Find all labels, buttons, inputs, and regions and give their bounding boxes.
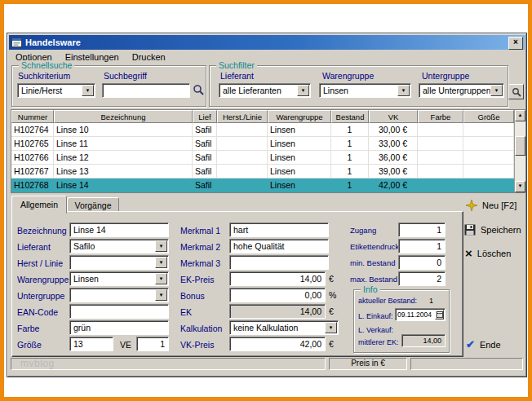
magnifier-icon xyxy=(512,87,521,97)
lieferant-filter-select[interactable]: alle Lieferanten xyxy=(219,83,311,98)
col-header-lief[interactable]: Lief xyxy=(193,110,217,123)
col-header-vk[interactable]: VK xyxy=(369,110,418,123)
cell-farbe xyxy=(418,123,463,137)
info-group: Info aktueller Bestand: 1 L. Einkauf: 09… xyxy=(353,289,450,353)
save-button-label: Speichern xyxy=(481,225,521,235)
col-header-bezeichnung[interactable]: Bezeichnung xyxy=(54,110,193,123)
search-criterion-value: Linie/Herst xyxy=(21,86,62,95)
cell-herst-linie xyxy=(217,151,268,165)
merkmal3-input[interactable] xyxy=(229,255,329,270)
table-row[interactable]: H102766 Linse 12 Safil Linsen 1 36,00 € xyxy=(11,151,514,165)
col-header-bestand[interactable]: Bestand xyxy=(331,110,369,123)
merkmal1-input[interactable]: hart xyxy=(229,223,329,237)
col-header-groesse[interactable]: Größe xyxy=(463,110,514,123)
min-bestand-label: min. Bestand xyxy=(350,258,395,268)
search-term-input[interactable] xyxy=(102,83,190,98)
untergruppe-select[interactable] xyxy=(69,288,169,302)
chevron-down-icon[interactable] xyxy=(155,240,167,252)
title-bar: Handelsware xyxy=(9,35,525,50)
zugang-input[interactable]: 1 xyxy=(398,223,446,237)
max-bestand-input[interactable]: 2 xyxy=(398,271,446,286)
cell-warengruppe: Linsen xyxy=(268,137,331,151)
tab-allgemein[interactable]: Allgemein xyxy=(11,196,67,214)
cell-bezeichnung: Linse 13 xyxy=(54,165,193,178)
mittlerer-ek-label: mittlerer EK: xyxy=(358,337,399,347)
lieferant-select[interactable]: Safilo xyxy=(69,239,169,253)
bezeichnung-input[interactable]: Linse 14 xyxy=(69,223,169,237)
warengruppe-select[interactable]: Linsen xyxy=(69,271,169,286)
col-header-nummer[interactable]: Nummer xyxy=(11,110,54,123)
search-criterion-select[interactable]: Linie/Herst xyxy=(17,83,95,98)
table-header-row: Nummer Bezeichnung Lief Herst./Linie War… xyxy=(11,110,514,123)
chevron-down-icon[interactable] xyxy=(155,257,167,268)
table-row[interactable]: H102765 Linse 11 Safil Linsen 1 33,00 € xyxy=(11,137,514,151)
scroll-down-icon[interactable] xyxy=(515,181,525,192)
col-header-herst-linie[interactable]: Herst./Linie xyxy=(217,110,268,123)
cell-farbe xyxy=(418,151,463,165)
warengruppe-filter-select[interactable]: Linsen xyxy=(319,83,411,98)
table-row-selected[interactable]: H102768 Linse 14 Safil Linsen 1 42,00 € xyxy=(11,178,514,192)
lieferant-filter-value: alle Lieferanten xyxy=(223,86,282,95)
scroll-up-icon[interactable] xyxy=(515,110,525,121)
menu-item-drucken[interactable]: Drucken xyxy=(126,51,172,64)
vk-preis-input[interactable]: 42,00 xyxy=(229,337,326,351)
groesse-input[interactable]: 13 xyxy=(69,337,113,351)
ve-input[interactable]: 1 xyxy=(136,337,169,351)
percent-sign: % xyxy=(329,288,336,302)
warengruppe-label: Warengruppe xyxy=(17,275,69,284)
cell-nummer: H102764 xyxy=(11,123,54,137)
untergruppe-label: Untergruppe xyxy=(17,291,64,301)
cell-herst-linie xyxy=(217,178,268,192)
cell-lief: Safil xyxy=(193,178,217,192)
bonus-input[interactable]: 0,00 xyxy=(229,288,326,302)
cell-vk: 39,00 € xyxy=(369,165,418,178)
quick-search-title: Schnellsuche xyxy=(19,60,74,70)
cell-warengruppe: Linsen xyxy=(268,178,331,192)
window-title: Handelsware xyxy=(25,37,81,47)
warengruppe-value: Linsen xyxy=(73,274,99,284)
end-button[interactable]: Ende xyxy=(466,338,501,350)
cell-farbe xyxy=(418,178,463,192)
info-group-title: Info xyxy=(361,284,380,294)
herst-linie-select[interactable] xyxy=(69,255,169,270)
cell-groesse xyxy=(463,165,514,178)
cell-lief: Safil xyxy=(193,165,217,178)
watermark: mvblog xyxy=(20,358,55,369)
col-header-warengruppe[interactable]: Warengruppe xyxy=(268,110,331,123)
chevron-down-icon[interactable] xyxy=(397,85,410,96)
mittlerer-ek-field: 14,00 xyxy=(401,334,446,347)
table-row[interactable]: H102767 Linse 13 Safil Linsen 1 39,00 € xyxy=(11,165,514,178)
farbe-input[interactable]: grün xyxy=(69,320,169,335)
kalkulation-select[interactable]: keine Kalkulation xyxy=(229,320,339,335)
min-bestand-input[interactable]: 0 xyxy=(398,255,446,270)
chevron-down-icon[interactable] xyxy=(82,85,94,96)
chevron-down-icon[interactable] xyxy=(155,289,167,301)
scrollbar-thumb[interactable] xyxy=(515,136,525,156)
calendar-icon[interactable] xyxy=(435,310,444,319)
close-icon[interactable] xyxy=(508,37,523,50)
merkmal2-input[interactable]: hohe Qualität xyxy=(229,239,329,253)
table-row[interactable]: H102764 Linse 10 Safil Linsen 1 30,00 € xyxy=(11,123,514,137)
cell-groesse xyxy=(463,178,514,192)
ean-code-input[interactable] xyxy=(69,304,169,319)
etikettendruck-input[interactable]: 1 xyxy=(398,239,446,253)
chevron-down-icon[interactable] xyxy=(490,85,503,96)
chevron-down-icon[interactable] xyxy=(325,322,337,333)
save-button[interactable]: Speichern xyxy=(464,224,521,236)
lieferant-filter-label: Lieferant xyxy=(220,71,254,81)
delete-button[interactable]: Löschen xyxy=(465,249,511,258)
apply-filter-button[interactable] xyxy=(508,84,524,99)
farbe-label: Farbe xyxy=(17,324,39,333)
col-header-farbe[interactable]: Farbe xyxy=(418,110,463,123)
table-scrollbar[interactable] xyxy=(514,110,525,192)
ek-preis-input[interactable]: 14,00 xyxy=(229,271,326,286)
ek-readonly-field: 14,00 xyxy=(229,304,326,319)
untergruppe-filter-select[interactable]: alle Untergruppen xyxy=(419,83,504,98)
new-button[interactable]: Neu [F2] xyxy=(466,200,516,211)
cell-herst-linie xyxy=(217,165,268,178)
chevron-down-icon[interactable] xyxy=(297,85,309,96)
chevron-down-icon[interactable] xyxy=(155,273,167,284)
delete-button-label: Löschen xyxy=(477,249,512,258)
search-icon[interactable] xyxy=(193,84,205,96)
status-price-note: Preis in € xyxy=(329,358,407,370)
